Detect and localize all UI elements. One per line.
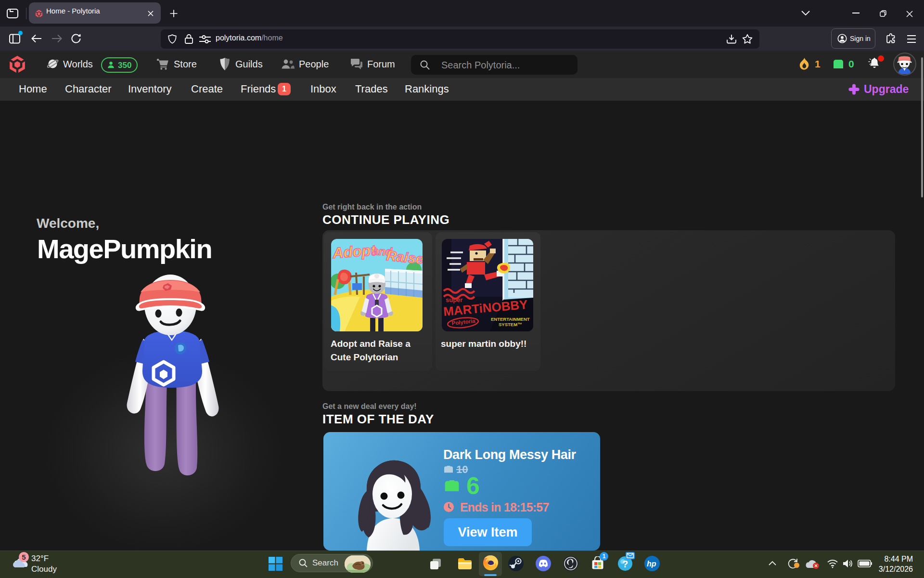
svg-text:super: super <box>446 296 462 303</box>
svg-text:ENTERTAINMENT: ENTERTAINMENT <box>491 316 530 322</box>
svg-text:Adopt: Adopt <box>332 242 377 262</box>
svg-text:?: ? <box>622 559 628 569</box>
svg-text:SYSTEM™: SYSTEM™ <box>499 322 522 327</box>
svg-text:hp: hp <box>647 560 656 568</box>
